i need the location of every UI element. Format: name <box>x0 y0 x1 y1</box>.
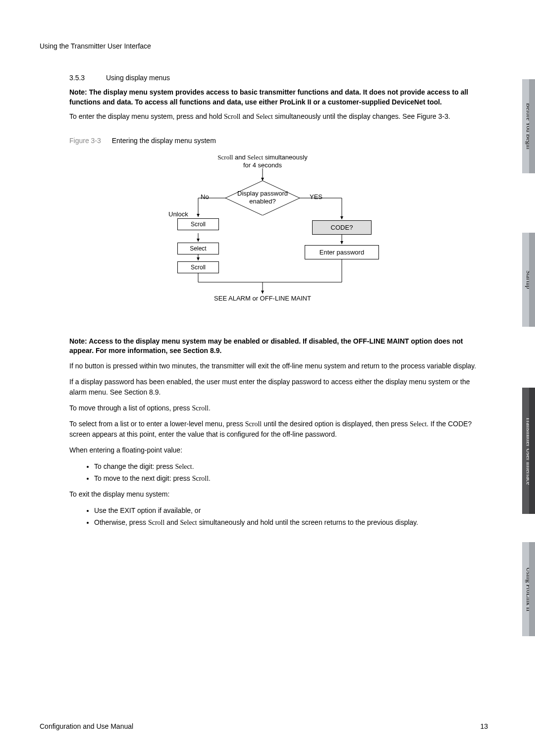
flow-code: CODE? <box>312 220 372 235</box>
bullet-change-digit: To change the digit: press Select. <box>94 461 488 473</box>
flow-decision: Display passwordenabled? <box>225 181 300 215</box>
figure-label: Figure 3-3 <box>69 137 101 145</box>
para-exit-intro: To exit the display menu system: <box>69 489 488 500</box>
tab-using-prolink[interactable]: Using ProLink II <box>522 542 535 636</box>
flow-scroll-1: Scroll <box>177 218 219 230</box>
flow-unlock-label: Unlock <box>168 210 188 218</box>
side-tabs: Before You Begin Startup Transmitter Use… <box>522 0 535 756</box>
section-title: Using display menus <box>106 74 170 82</box>
para-scroll-list: To move through a list of options, press… <box>69 403 488 414</box>
flow-start: Scroll and Select simultaneously for 4 s… <box>203 153 322 169</box>
flow-select: Select <box>177 243 219 254</box>
para-password: If a display password has been enabled, … <box>69 377 488 398</box>
tab-transmitter-ui[interactable]: Transmitter User Interface <box>522 388 535 514</box>
page-header: Using the Transmitter User Interface <box>40 42 488 50</box>
para-float-intro: When entering a floating-point value: <box>69 445 488 456</box>
figure-title: Entering the display menu system <box>112 137 216 145</box>
flowchart-lines <box>149 153 426 312</box>
para-timeout: If no button is pressed within two minut… <box>69 361 488 372</box>
flow-enter-password: Enter password <box>305 245 379 259</box>
exit-bullets: Use the EXIT option if available, or Oth… <box>94 505 488 529</box>
flowchart: Scroll and Select simultaneously for 4 s… <box>149 153 426 312</box>
bullet-next-digit: To move to the next digit: press Scroll. <box>94 473 488 485</box>
tab-startup[interactable]: Startup <box>522 233 535 327</box>
flow-scroll-2: Scroll <box>177 261 219 273</box>
footer-page-number: 13 <box>480 722 488 730</box>
note-2: Note: Access to the display menu system … <box>69 337 488 356</box>
flow-end: SEE ALARM or OFF-LINE MAINT <box>198 295 327 302</box>
float-bullets: To change the digit: press Select. To mo… <box>94 461 488 485</box>
note-1: Note: The display menu system provides a… <box>69 88 488 107</box>
paragraph-enter-menu: To enter the display menu system, press … <box>69 112 488 122</box>
tab-before-you-begin[interactable]: Before You Begin <box>522 79 535 173</box>
flow-yes-label: YES <box>310 193 322 201</box>
flow-no-label: No <box>201 193 209 201</box>
section-heading: 3.5.3 Using display menus <box>69 74 488 82</box>
section-number: 3.5.3 <box>69 74 104 82</box>
para-select-list: To select from a list or to enter a lowe… <box>69 419 488 440</box>
bullet-exit-option: Use the EXIT option if available, or <box>94 505 488 517</box>
page-footer: Configuration and Use Manual 13 <box>40 722 488 730</box>
footer-left: Configuration and Use Manual <box>40 722 133 730</box>
figure-caption: Figure 3-3 Entering the display menu sys… <box>69 137 488 145</box>
bullet-exit-hold: Otherwise, press Scroll and Select simul… <box>94 517 488 529</box>
